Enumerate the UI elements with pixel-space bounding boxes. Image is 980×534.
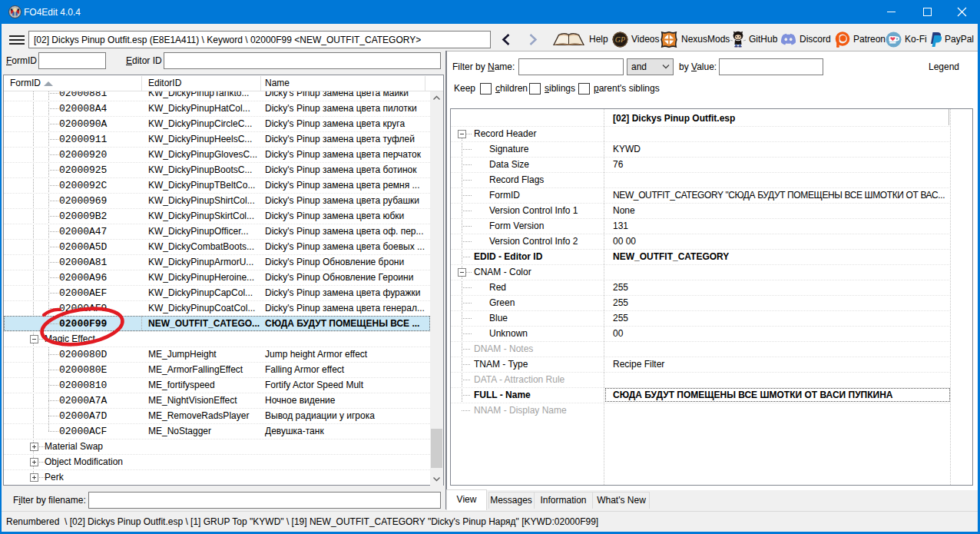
svg-text:GP: GP [615, 35, 625, 44]
